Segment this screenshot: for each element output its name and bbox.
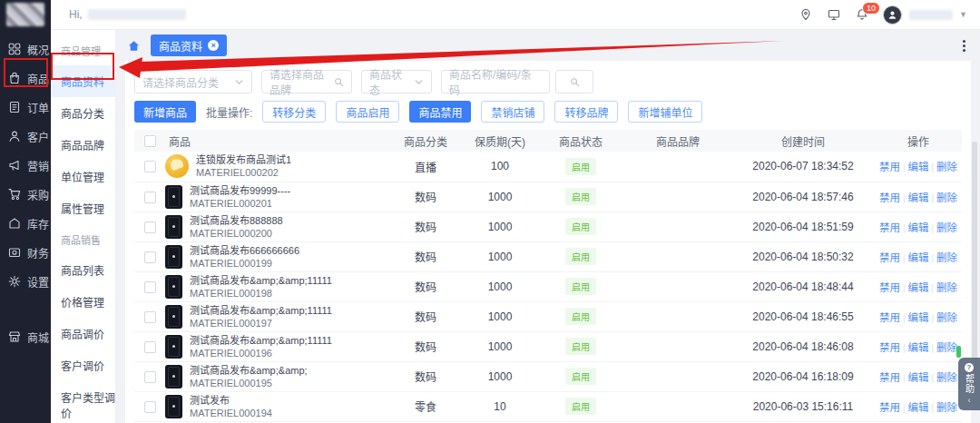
- submenu-item-brands[interactable]: 商品品牌: [51, 129, 115, 161]
- product-code: MATERIEL000198: [190, 287, 332, 300]
- disable-link[interactable]: 禁用: [879, 162, 900, 172]
- row-checkbox[interactable]: [144, 192, 156, 203]
- delete-link[interactable]: 删除: [936, 342, 957, 353]
- submenu-item-customer-type-reprice[interactable]: 客户类型调价: [51, 381, 115, 423]
- edit-link[interactable]: 编辑: [908, 162, 929, 172]
- delete-link[interactable]: 删除: [936, 402, 957, 413]
- delete-link[interactable]: 删除: [936, 252, 957, 263]
- location-pin-icon[interactable]: [799, 8, 813, 22]
- disable-link[interactable]: 禁用: [879, 342, 900, 353]
- chevron-down-icon[interactable]: ▼: [959, 10, 967, 19]
- row-checkbox[interactable]: [144, 251, 156, 263]
- delete-link[interactable]: 删除: [936, 192, 957, 203]
- product-brand: [624, 331, 731, 361]
- filter-keyword-input[interactable]: 商品名称/编码/条码: [441, 70, 550, 93]
- filter-category-select[interactable]: 请选择商品分类: [134, 70, 252, 93]
- filter-brand-input[interactable]: 请选择商品品牌: [261, 70, 352, 93]
- product-code: MATERIEL000195: [190, 377, 308, 389]
- toolbar-button-5[interactable]: 新增辅单位: [628, 101, 702, 123]
- edit-link[interactable]: 编辑: [908, 402, 929, 413]
- row-checkbox[interactable]: [144, 371, 156, 383]
- product-brand: [624, 182, 731, 212]
- disable-link[interactable]: 禁用: [879, 402, 900, 413]
- delete-link[interactable]: 删除: [936, 162, 957, 172]
- status-badge: 启用: [565, 218, 596, 235]
- sidebar-item-finance[interactable]: 财务: [0, 238, 51, 267]
- submenu-item-product-reprice[interactable]: 商品调价: [51, 318, 115, 349]
- sidebar-item-orders[interactable]: 订单: [0, 93, 51, 122]
- submenu-item-categories[interactable]: 商品分类: [51, 97, 115, 129]
- home-icon[interactable]: [127, 39, 141, 53]
- delete-link[interactable]: 删除: [936, 372, 957, 383]
- submenu-item-units[interactable]: 单位管理: [51, 161, 115, 192]
- sidebar-item-purchase[interactable]: 采购: [0, 180, 51, 209]
- toolbar-button-1[interactable]: 商品启用: [336, 101, 399, 123]
- row-checkbox[interactable]: [144, 221, 156, 233]
- delete-link[interactable]: 删除: [936, 312, 957, 323]
- row-checkbox[interactable]: [144, 311, 156, 323]
- status-badge: 启用: [565, 368, 596, 385]
- sidebar-item-settings[interactable]: 设置: [0, 267, 51, 296]
- primary-sidebar: 概况 商品 订单 客户 营销 采购 库存 财务 设置 商城: [0, 0, 51, 423]
- toolbar-button-3[interactable]: 禁销店铺: [481, 101, 544, 123]
- tab-options-icon[interactable]: [963, 44, 965, 47]
- status-badge: 启用: [565, 248, 596, 265]
- toolbar-button-0[interactable]: 转移分类: [262, 101, 326, 123]
- scrollbar[interactable]: [972, 142, 977, 373]
- edit-link[interactable]: 编辑: [908, 372, 929, 383]
- tab-product-materials[interactable]: 商品资料 ×: [151, 34, 227, 56]
- submenu-item-product-list[interactable]: 商品列表: [51, 254, 115, 286]
- toolbar-button-4[interactable]: 转移品牌: [554, 101, 618, 123]
- edit-link[interactable]: 编辑: [908, 282, 929, 293]
- edit-link[interactable]: 编辑: [908, 342, 929, 353]
- row-actions: 禁用|编辑|删除: [875, 182, 962, 212]
- submenu-item-customer-reprice[interactable]: 客户调价: [51, 349, 115, 381]
- disable-link[interactable]: 禁用: [879, 282, 900, 293]
- row-checkbox[interactable]: [144, 341, 156, 353]
- column-header: 商品分类: [388, 130, 463, 152]
- disable-link[interactable]: 禁用: [879, 312, 900, 323]
- close-icon[interactable]: ×: [208, 40, 219, 51]
- submenu-item-attributes[interactable]: 属性管理: [51, 192, 115, 224]
- chevron-down-icon: [234, 77, 244, 87]
- content-panel: 请选择商品分类 请选择商品品牌 商品状态 商品名称/编码/条码 新增商品 批量操…: [125, 61, 971, 423]
- select-all-checkbox[interactable]: [144, 135, 156, 147]
- edit-link[interactable]: 编辑: [908, 192, 929, 203]
- sidebar-item-overview[interactable]: 概况: [0, 34, 51, 64]
- row-checkbox[interactable]: [144, 161, 156, 172]
- disable-link[interactable]: 禁用: [879, 372, 900, 383]
- submenu-item-price-management[interactable]: 价格管理: [51, 286, 115, 318]
- filter-bar: 请选择商品分类 请选择商品品牌 商品状态 商品名称/编码/条码: [134, 70, 962, 93]
- sidebar-item-label: 订单: [27, 100, 49, 115]
- sidebar-item-products[interactable]: 商品: [0, 64, 51, 93]
- sidebar-item-marketing[interactable]: 营销: [0, 151, 51, 180]
- store-icon: [8, 330, 21, 343]
- monitor-icon[interactable]: [828, 8, 841, 22]
- phone-thumb-image: [165, 215, 182, 239]
- sidebar-item-inventory[interactable]: 库存: [0, 209, 51, 238]
- delete-link[interactable]: 删除: [936, 222, 957, 233]
- disable-link[interactable]: 禁用: [879, 222, 900, 233]
- edit-link[interactable]: 编辑: [908, 312, 929, 323]
- submenu-item-materials[interactable]: 商品资料: [51, 65, 115, 97]
- edit-link[interactable]: 编辑: [908, 222, 929, 233]
- disable-link[interactable]: 禁用: [879, 192, 900, 203]
- disable-link[interactable]: 禁用: [879, 252, 900, 263]
- product-category: 数码: [388, 301, 463, 331]
- bell-icon[interactable]: 10: [856, 8, 869, 22]
- add-product-button[interactable]: 新增商品: [134, 101, 196, 123]
- row-checkbox[interactable]: [144, 281, 156, 293]
- product-name: 连锁版发布商品测试1: [196, 153, 291, 166]
- filter-status-select[interactable]: 商品状态: [361, 70, 432, 93]
- delete-link[interactable]: 删除: [936, 282, 957, 293]
- avatar[interactable]: [883, 5, 902, 25]
- row-checkbox[interactable]: [144, 401, 156, 413]
- row-actions: 禁用|编辑|删除: [875, 391, 962, 421]
- search-button[interactable]: [555, 70, 593, 93]
- toolbar-button-2[interactable]: 商品禁用: [409, 101, 471, 123]
- help-widget[interactable]: ? 帮助 ‹: [958, 358, 980, 410]
- sidebar-item-mall[interactable]: 商城: [0, 322, 51, 351]
- status-badge: 启用: [565, 188, 596, 205]
- sidebar-item-customers[interactable]: 客户: [0, 122, 51, 151]
- edit-link[interactable]: 编辑: [908, 252, 929, 263]
